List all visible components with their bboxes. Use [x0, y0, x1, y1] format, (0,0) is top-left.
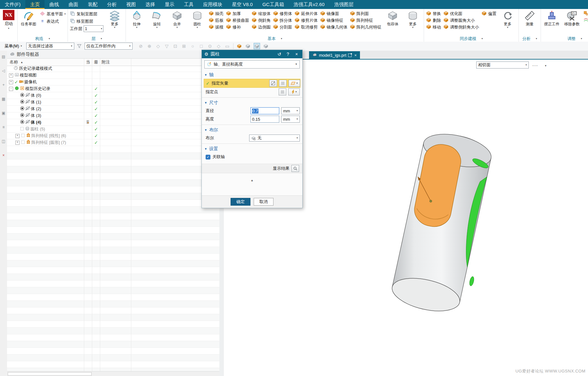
menu-tab-[interactable]: 选择 [141, 0, 160, 9]
ribbon-button-阵列特征[interactable]: 阵列特征 [349, 17, 374, 24]
ribbon-button-边倒圆[interactable]: 边倒圆 [250, 24, 272, 30]
selection-tool-icon-8[interactable]: ⊙ [207, 43, 213, 49]
dialog-titlebar[interactable]: ⚙ 圆柱 ↺ ? × [202, 50, 302, 58]
axis-origin-point[interactable] [430, 200, 432, 202]
part-tab[interactable]: model1_igs.prt × [309, 51, 360, 59]
expand-toggle[interactable]: + [15, 141, 20, 145]
selection-tool-icon-3[interactable]: ▽ [164, 43, 170, 49]
section-settings-header[interactable]: ▼设置 [204, 145, 300, 153]
ribbon-button-优化面[interactable]: 优化面 [442, 10, 463, 17]
work-layer-field[interactable]: 1▾ [84, 25, 103, 32]
menu-tab-[interactable]: 装配 [83, 0, 102, 9]
ribbon-button-修剪体[interactable]: 修剪体 [272, 10, 293, 17]
column-name[interactable]: 名称▲ [7, 59, 84, 66]
menu-tab-[interactable]: 工具 [179, 0, 198, 9]
ribbon-button-更多[interactable]: 更多▾ [403, 9, 423, 36]
section-dimensions-header[interactable]: ▼尺寸 [204, 99, 300, 107]
specify-vector-row[interactable]: ✓ 指定矢量 ▾ [204, 79, 300, 88]
ribbon-button-工作层[interactable]: 工作层1▾ [69, 25, 104, 32]
ribbon-button-拔模[interactable]: 拔模 [208, 24, 225, 30]
filter-reset-icon[interactable] [77, 43, 82, 49]
ribbon-button-基准平面[interactable]: 基准平面▾ [39, 11, 67, 17]
render-style-icon-3[interactable] [263, 43, 269, 49]
ribbon-button-抽壳[interactable]: 抽壳 [208, 10, 225, 17]
tree-row-体 (0)[interactable]: 体 (0)✓ [7, 92, 219, 99]
ribbon-button-筋板[interactable]: 筋板 [208, 17, 225, 24]
selection-tool-icon-4[interactable]: ⊡ [173, 43, 178, 49]
tree-row-体 (3)[interactable]: 体 (3)✓ [7, 112, 219, 119]
ribbon-button-修剪片体[interactable]: 修剪片体 [293, 17, 319, 24]
ribbon-button-桥接曲面[interactable]: 桥接曲面 [225, 17, 250, 24]
selection-tool-icon-1[interactable]: ⊕ [147, 43, 152, 49]
render-style-icon-2[interactable] [254, 43, 260, 49]
selection-tool-icon-6[interactable]: ○ [190, 43, 196, 49]
boolean-combo[interactable]: 无 ▾ [249, 135, 300, 142]
ribbon-button-拆分体[interactable]: 拆分体 [272, 17, 293, 24]
diameter-unit-combo[interactable]: mm▾ [281, 107, 300, 114]
menu-tab-f[interactable]: 文件(F) [0, 0, 25, 9]
height-input[interactable]: 0.15 [250, 116, 279, 123]
ribbon-button-摆正工件[interactable]: 摆正工件 [542, 9, 562, 36]
ribbon-button-镜像几何体[interactable]: 镜像几何体 [319, 24, 348, 30]
ribbon-button-镜像面[interactable]: 镜像面 [319, 10, 340, 17]
resource-bar-icon-4[interactable]: ▣ [2, 111, 5, 115]
ribbon-button-调整倒斜角大小[interactable]: 调整倒斜角大小 [442, 24, 480, 30]
expand-toggle[interactable]: + [9, 80, 13, 84]
cancel-button[interactable]: 取消 [254, 198, 274, 206]
restore-window-icon[interactable] [348, 53, 352, 57]
navigator-hscrollbar[interactable] [7, 371, 219, 376]
expand-toggle[interactable]: - [9, 87, 13, 91]
cylinder-type-combo[interactable]: 轴、直径和高度▼ [204, 60, 300, 69]
nx-app-button[interactable]: NX 启动▾ [1, 9, 16, 36]
selection-tool-icon-2[interactable]: ◇ [155, 43, 161, 49]
ribbon-button-加厚[interactable]: 加厚 [225, 10, 242, 17]
menu-tab-v80[interactable]: 星空 V8.0 [227, 0, 257, 9]
selection-tool-icon-7[interactable]: □ [199, 43, 204, 49]
tree-row-模型视图[interactable]: +模型视图 [7, 72, 219, 79]
associative-axis-row[interactable]: ✓ 关联轴 [204, 153, 300, 161]
resource-bar-icon-2[interactable]: + [2, 83, 4, 87]
column-note[interactable]: 附注 [100, 59, 131, 66]
ribbon-button-删除[interactable]: 删除 [425, 17, 442, 24]
ribbon-button-移至图层[interactable]: 移至图层 [69, 18, 104, 25]
point-dialog-button[interactable] [279, 88, 286, 95]
tree-row-圆柱 (5)[interactable]: 圆柱 (5)✓ [7, 126, 219, 133]
ribbon-button-镜像特征[interactable]: 镜像特征 [319, 17, 344, 24]
ribbon-button-移除参数[interactable]: P=移除参数 [562, 9, 582, 36]
tree-row-阵列特征 [圆形] (7)[interactable]: +阵列特征 [圆形] (7)✓ [7, 139, 219, 146]
ribbon-button-复制至图层[interactable]: 复制至图层 [69, 11, 104, 17]
column-latest[interactable]: 最 [92, 59, 100, 66]
ribbon-button-测量[interactable]: 测量 [520, 9, 540, 36]
menu-tab-[interactable]: 视图 [121, 0, 141, 9]
menu-tab-[interactable]: 显示 [160, 0, 179, 9]
associative-axis-checkbox[interactable]: ✓ [206, 155, 210, 159]
ribbon-button-圆柱[interactable]: 圆柱▾ [187, 9, 207, 36]
menu-button[interactable]: 菜单(M)▾ [3, 42, 24, 50]
ribbon-button-分割面[interactable]: 分割面 [272, 24, 293, 30]
ribbon-button-旋转[interactable]: 旋转▾ [147, 9, 167, 36]
vector-dialog-button[interactable] [269, 80, 277, 87]
ribbon-button-包容体[interactable]: 包容体 [383, 9, 403, 36]
selection-tool-icon-0[interactable]: ⊘ [138, 43, 144, 49]
ribbon-button-延伸片体[interactable]: 延伸片体 [293, 10, 319, 17]
expand-toggle[interactable]: + [15, 134, 20, 138]
tree-row-摄像机[interactable]: +✓摄像机 [7, 79, 219, 86]
resource-bar-icon-3[interactable]: ▦ [2, 97, 5, 101]
menu-tab-[interactable]: 浩强图层 [329, 0, 358, 9]
resource-bar-icon-7[interactable]: × [2, 153, 4, 158]
dialog-collapse-chevron[interactable]: ▲ [204, 178, 300, 183]
selection-tool-icon-5[interactable]: ⊞ [181, 43, 187, 49]
ribbon-button-更多[interactable]: 更多▾ [105, 9, 125, 36]
resource-bar-icon-1[interactable]: ◁ [2, 69, 5, 73]
diameter-input[interactable]: 0.7 [250, 107, 279, 114]
vector-inferred-button[interactable] [279, 80, 287, 87]
ribbon-button-合并[interactable]: 合并▾ [167, 9, 187, 36]
resource-bar-icon-0[interactable]: ▤ [2, 54, 5, 59]
resource-bar-icon-5[interactable]: ≡ [2, 125, 4, 129]
tree-row-体 (1)[interactable]: 体 (1)✓ [7, 99, 219, 106]
ribbon-button-阵列面[interactable]: 阵列面 [349, 10, 370, 17]
vector-type-combo[interactable]: ▾ [289, 80, 300, 87]
ribbon-button-任务草图[interactable]: 任务草图 [19, 9, 38, 36]
dialog-help-button[interactable]: ? [285, 52, 291, 57]
render-style-icon-0[interactable] [236, 43, 242, 49]
